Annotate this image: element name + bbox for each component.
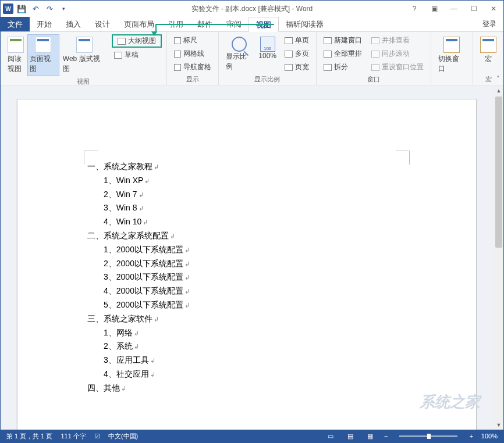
macro-button[interactable]: 宏	[478, 34, 499, 66]
reading-view-button[interactable]: 阅读视图	[5, 34, 26, 76]
draft-icon	[114, 52, 122, 59]
one-page-icon	[285, 37, 293, 44]
view-web-layout-icon[interactable]: ▦	[364, 432, 376, 440]
switch-windows-button[interactable]: 切换窗口	[436, 34, 468, 76]
gridlines-checkbox[interactable]: 网格线	[172, 48, 214, 60]
zoom-slider-knob[interactable]	[427, 434, 431, 439]
list-item: 3、Win 8↲	[87, 201, 406, 215]
ribbon: 阅读视图 页面视图 Web 版式视图 大纲视图 草稿 视图	[1, 32, 503, 85]
outline-label: 大纲视图	[128, 36, 156, 46]
annotation-arrow-head	[151, 31, 157, 36]
para-mark-icon: ↲	[184, 288, 190, 295]
group-zoom: 显示比例 100 100% 单页 多页 页宽 显示比例	[219, 32, 317, 85]
heading-3: 三、系统之家软件↲	[87, 312, 406, 326]
sync-scroll-button: 同步滚动	[369, 48, 426, 60]
list-item: 1、Win XP↲	[87, 174, 406, 188]
tab-insert[interactable]: 插入	[59, 17, 88, 31]
qat-dropdown-icon[interactable]: ▾	[58, 3, 69, 15]
para-mark-icon: ↲	[150, 357, 155, 364]
ruler-checkbox[interactable]: 标尺	[172, 34, 214, 47]
sync-scroll-icon	[371, 51, 379, 58]
reset-pos-button: 重设窗口位置	[369, 61, 426, 73]
vertical-scrollbar[interactable]: ▲ ▼	[494, 86, 503, 430]
ruler-label: 标尺	[183, 35, 197, 45]
multi-page-icon	[285, 51, 293, 58]
arrange-all-icon	[324, 51, 332, 58]
collapse-ribbon-icon[interactable]: ˄	[496, 75, 500, 83]
view-read-mode-icon[interactable]: ▭	[325, 432, 336, 440]
zoom-out-button[interactable]: −	[384, 433, 388, 440]
redo-icon[interactable]: ↷	[44, 3, 55, 15]
web-layout-button[interactable]: Web 版式视图	[61, 34, 108, 76]
zoom-button[interactable]: 显示比例	[223, 34, 255, 74]
one-page-button[interactable]: 单页	[282, 34, 311, 47]
arrange-all-button[interactable]: 全部重排	[321, 48, 364, 60]
heading-1: 一、系统之家教程↲	[87, 160, 406, 174]
status-word-count[interactable]: 111 个字	[61, 432, 86, 441]
tab-foxit[interactable]: 福昕阅读器	[279, 17, 331, 31]
list-item: 2、系统↲	[87, 340, 406, 353]
outline-view-button[interactable]: 大纲视图	[112, 34, 162, 48]
status-proofing-icon[interactable]: ☑	[94, 433, 100, 440]
document-page[interactable]: 一、系统之家教程↲ 1、Win XP↲ 2、Win 7↲ 3、Win 8↲ 4、…	[17, 99, 477, 430]
view-print-layout-icon[interactable]: ▤	[345, 432, 356, 440]
zoom-in-button[interactable]: +	[469, 433, 473, 440]
status-page[interactable]: 第 1 页，共 1 页	[6, 432, 52, 441]
zoom-label: 显示比例	[226, 52, 253, 72]
group-views-label: 视图	[5, 76, 162, 86]
undo-icon[interactable]: ↶	[30, 3, 41, 15]
outline-icon	[118, 38, 126, 45]
page-width-button[interactable]: 页宽	[282, 61, 311, 73]
scroll-down-icon[interactable]: ▼	[494, 420, 503, 430]
tab-home[interactable]: 开始	[30, 17, 59, 31]
checkbox-icon	[174, 37, 181, 44]
document-area: 一、系统之家教程↲ 1、Win XP↲ 2、Win 7↲ 3、Win 8↲ 4、…	[1, 86, 503, 430]
draft-label: 草稿	[125, 50, 139, 60]
tab-file[interactable]: 文件	[1, 17, 30, 31]
zoom-slider[interactable]	[399, 435, 457, 437]
minimize-button[interactable]: —	[444, 1, 464, 17]
tab-layout[interactable]: 页面布局	[117, 17, 161, 31]
close-button[interactable]: ✕	[484, 1, 503, 17]
document-content[interactable]: 一、系统之家教程↲ 1、Win XP↲ 2、Win 7↲ 3、Win 8↲ 4、…	[87, 160, 406, 395]
para-mark-icon: ↲	[121, 385, 126, 392]
draft-view-button[interactable]: 草稿	[112, 49, 162, 61]
maximize-button[interactable]: ☐	[464, 1, 484, 17]
page-width-label: 页宽	[295, 62, 309, 72]
tab-design[interactable]: 设计	[88, 17, 117, 31]
heading-2: 二、系统之家系统配置↲	[87, 229, 406, 243]
macro-label: 宏	[485, 54, 492, 64]
navpane-checkbox[interactable]: 导航窗格	[172, 61, 214, 73]
reading-view-label: 阅读视图	[8, 54, 24, 74]
para-mark-icon: ↲	[139, 191, 144, 198]
multi-page-button[interactable]: 多页	[282, 48, 311, 60]
arrange-all-label: 全部重排	[334, 49, 362, 59]
zoom-100-button[interactable]: 100 100%	[257, 34, 279, 62]
sign-in-link[interactable]: 登录	[482, 19, 496, 29]
save-icon[interactable]: 💾	[16, 3, 27, 15]
navpane-label: 导航窗格	[183, 62, 211, 72]
para-mark-icon: ↲	[150, 371, 155, 378]
list-item: 1、2000以下系统配置↲	[87, 243, 406, 257]
web-layout-icon	[76, 37, 93, 53]
print-layout-icon	[35, 37, 51, 53]
split-label: 拆分	[334, 62, 348, 72]
scroll-up-icon[interactable]: ▲	[494, 86, 503, 95]
heading-4: 四、其他↲	[87, 381, 406, 395]
reset-pos-icon	[371, 64, 379, 71]
new-window-button[interactable]: 新建窗口	[321, 34, 364, 47]
ribbon-options-button[interactable]: ▣	[424, 1, 444, 17]
switch-windows-icon	[443, 37, 460, 53]
para-mark-icon: ↲	[134, 330, 139, 337]
para-mark-icon: ↲	[170, 233, 175, 240]
magnifier-icon	[232, 37, 247, 52]
web-layout-label: Web 版式视图	[63, 54, 106, 74]
print-layout-label: 页面视图	[30, 54, 57, 74]
para-mark-icon: ↲	[184, 260, 190, 267]
print-layout-button[interactable]: 页面视图	[27, 34, 59, 76]
status-language[interactable]: 中文(中国)	[108, 432, 138, 441]
help-button[interactable]: ?	[404, 1, 424, 17]
zoom-level[interactable]: 100%	[481, 433, 498, 440]
scroll-thumb[interactable]	[495, 97, 502, 248]
split-button[interactable]: 拆分	[321, 61, 364, 73]
